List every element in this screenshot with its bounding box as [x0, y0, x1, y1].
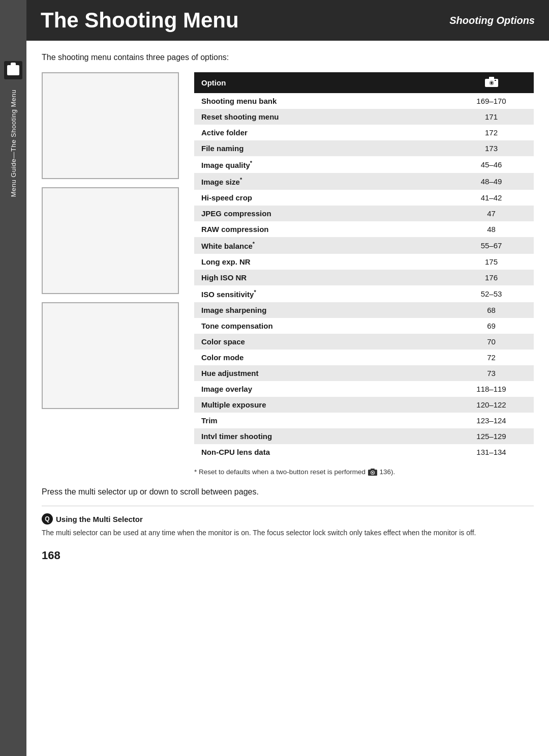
svg-rect-1	[489, 77, 494, 80]
table-row: Color mode72	[194, 350, 534, 365]
table-cell-page: 72	[449, 350, 534, 365]
table-cell-page: 68	[449, 302, 534, 318]
table-cell-option: Active folder	[194, 125, 449, 140]
table-row: White balance*55–67	[194, 237, 534, 254]
table-row: Tone compensation69	[194, 318, 534, 334]
table-row: Reset shooting menu171	[194, 109, 534, 125]
table-cell-page: 55–67	[449, 237, 534, 254]
page-number: 168	[42, 549, 534, 567]
table-cell-option: Color space	[194, 334, 449, 350]
table-cell-option: Shooting menu bank	[194, 93, 449, 109]
table-cell-option: Image size*	[194, 173, 449, 190]
menu-screenshot-3	[42, 302, 179, 409]
table-row: Shooting menu bank169–170	[194, 93, 534, 109]
table-row: Intvl timer shooting125–129	[194, 428, 534, 444]
options-table-col: Option	[194, 72, 534, 477]
table-cell-page: 118–119	[449, 381, 534, 397]
table-cell-option: Intvl timer shooting	[194, 428, 449, 444]
table-cell-page: 172	[449, 125, 534, 140]
table-cell-option: Long exp. NR	[194, 254, 449, 270]
table-cell-option: Reset shooting menu	[194, 109, 449, 125]
table-cell-option: File naming	[194, 140, 449, 156]
table-cell-page: 69	[449, 318, 534, 334]
table-cell-page: 175	[449, 254, 534, 270]
table-cell-option: Image overlay	[194, 381, 449, 397]
table-row: Hi-speed crop41–42	[194, 190, 534, 206]
table-cell-option: Multiple exposure	[194, 397, 449, 413]
tip-title-row: Q Using the Multi Selector	[42, 513, 534, 525]
svg-rect-6	[371, 469, 375, 471]
table-row: Hue adjustment73	[194, 365, 534, 381]
tip-title-text: Using the Multi Selector	[56, 515, 143, 524]
camera-icon	[7, 65, 19, 75]
sidebar: Menu Guide—The Shooting Menu	[0, 0, 26, 756]
table-footnote: * Reset to defaults when a two-button re…	[194, 467, 459, 477]
table-cell-option: ISO sensitivity*	[194, 285, 449, 302]
svg-rect-4	[495, 80, 496, 81]
table-cell-option: Non-CPU lens data	[194, 444, 449, 460]
table-cell-option: Hue adjustment	[194, 365, 449, 381]
section-subtitle: Shooting Options	[449, 15, 535, 26]
table-cell-page: 123–124	[449, 413, 534, 428]
table-cell-option: Tone compensation	[194, 318, 449, 334]
menu-screenshot-2	[42, 187, 179, 294]
table-cell-page: 176	[449, 270, 534, 285]
camera-icon-box	[4, 61, 22, 79]
table-cell-page: 47	[449, 206, 534, 221]
table-cell-option: Trim	[194, 413, 449, 428]
menu-screenshots-col	[42, 72, 184, 409]
table-cell-option: JPEG compression	[194, 206, 449, 221]
table-row: Color space70	[194, 334, 534, 350]
tip-box: Q Using the Multi Selector The multi sel…	[42, 506, 534, 539]
main-content: The Shooting Menu Shooting Options The s…	[26, 0, 549, 579]
table-row: Image quality*45–46	[194, 156, 534, 173]
table-cell-option: Color mode	[194, 350, 449, 365]
table-cell-page: 70	[449, 334, 534, 350]
table-cell-page: 48–49	[449, 173, 534, 190]
menu-screenshot-1	[42, 72, 179, 179]
col-header-option: Option	[194, 72, 449, 93]
table-cell-page: 52–53	[449, 285, 534, 302]
table-cell-page: 169–170	[449, 93, 534, 109]
table-row: Image size*48–49	[194, 173, 534, 190]
table-cell-option: White balance*	[194, 237, 449, 254]
tip-icon: Q	[42, 513, 53, 525]
table-cell-option: RAW compression	[194, 221, 449, 237]
table-cell-page: 173	[449, 140, 534, 156]
table-cell-option: Image quality*	[194, 156, 449, 173]
col-header-page	[449, 72, 534, 93]
svg-point-8	[372, 472, 373, 474]
table-cell-page: 171	[449, 109, 534, 125]
table-cell-option: High ISO NR	[194, 270, 449, 285]
table-row: ISO sensitivity*52–53	[194, 285, 534, 302]
table-row: High ISO NR176	[194, 270, 534, 285]
table-cell-page: 131–134	[449, 444, 534, 460]
table-cell-page: 48	[449, 221, 534, 237]
table-row: Multiple exposure120–122	[194, 397, 534, 413]
table-header-row: Option	[194, 72, 534, 93]
table-cell-page: 41–42	[449, 190, 534, 206]
table-cell-option: Hi-speed crop	[194, 190, 449, 206]
intro-text: The shooting menu contains three pages o…	[42, 53, 534, 62]
page-content: The shooting menu contains three pages o…	[26, 41, 549, 579]
table-row: RAW compression48	[194, 221, 534, 237]
table-cell-page: 45–46	[449, 156, 534, 173]
tip-body-text: The multi selector can be used at any ti…	[42, 528, 534, 539]
table-cell-option: Image sharpening	[194, 302, 449, 318]
page-header: The Shooting Menu Shooting Options	[26, 0, 549, 41]
table-row: Long exp. NR175	[194, 254, 534, 270]
table-row: Image sharpening68	[194, 302, 534, 318]
table-row: Trim123–124	[194, 413, 534, 428]
options-table: Option	[194, 72, 534, 460]
table-cell-page: 120–122	[449, 397, 534, 413]
table-row: Image overlay118–119	[194, 381, 534, 397]
table-cell-page: 125–129	[449, 428, 534, 444]
sidebar-label: Menu Guide—The Shooting Menu	[10, 90, 17, 197]
table-row: File naming173	[194, 140, 534, 156]
table-row: Active folder172	[194, 125, 534, 140]
page-title: The Shooting Menu	[41, 8, 239, 33]
table-cell-page: 73	[449, 365, 534, 381]
table-row: JPEG compression47	[194, 206, 534, 221]
two-column-layout: Option	[42, 72, 534, 477]
table-row: Non-CPU lens data131–134	[194, 444, 534, 460]
